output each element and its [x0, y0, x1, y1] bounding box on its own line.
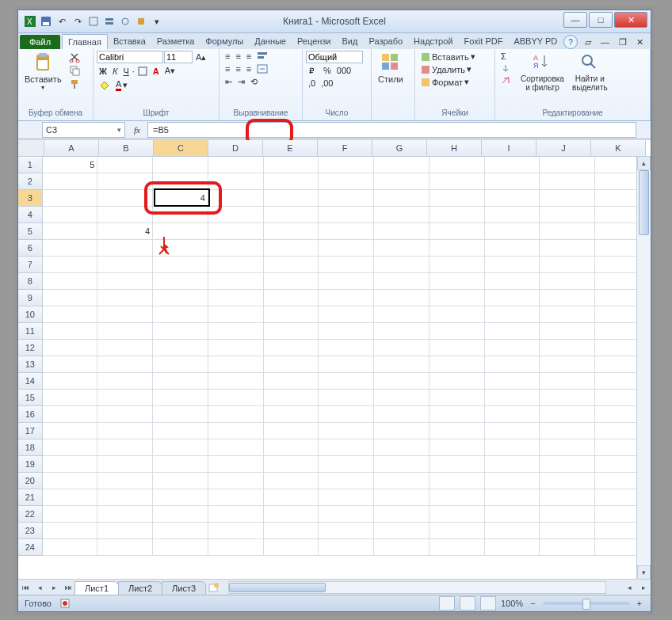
align-bottom-icon[interactable]: ≡ — [244, 51, 254, 62]
underline-button[interactable]: Ч — [120, 66, 131, 77]
window-close-icon[interactable]: ✕ — [634, 35, 646, 49]
cell[interactable] — [319, 306, 374, 323]
cell[interactable] — [319, 207, 374, 223]
cell[interactable] — [208, 523, 264, 539]
cell[interactable] — [97, 207, 153, 223]
cell[interactable] — [264, 406, 319, 423]
cell[interactable] — [43, 373, 98, 390]
cell[interactable] — [485, 157, 540, 173]
cell[interactable] — [540, 257, 595, 273]
select-all-corner[interactable] — [18, 140, 44, 157]
cell[interactable] — [208, 190, 264, 207]
cell[interactable] — [485, 240, 540, 257]
cell[interactable] — [374, 506, 430, 523]
decrease-decimal-icon[interactable]: ,00 — [319, 78, 335, 89]
cell[interactable] — [540, 173, 595, 190]
cell[interactable] — [208, 340, 264, 356]
cell[interactable] — [153, 157, 208, 173]
currency-icon[interactable]: ₽ — [306, 65, 320, 76]
cell[interactable] — [43, 390, 98, 406]
cell[interactable] — [43, 406, 98, 423]
cell[interactable] — [374, 489, 430, 506]
row-header[interactable]: 24 — [18, 539, 43, 556]
styles-button[interactable]: Стили — [375, 51, 407, 86]
cell[interactable] — [97, 190, 153, 207]
column-header[interactable]: A — [44, 140, 99, 157]
cell[interactable] — [374, 473, 430, 489]
cell[interactable] — [485, 273, 540, 290]
cell[interactable] — [208, 290, 264, 306]
cell[interactable] — [208, 390, 264, 406]
cell[interactable] — [430, 356, 485, 373]
row-header[interactable]: 2 — [18, 173, 43, 190]
cell[interactable] — [485, 390, 540, 406]
minimize-button[interactable]: — — [563, 12, 587, 28]
cell[interactable] — [540, 489, 595, 506]
cell[interactable] — [430, 223, 485, 240]
zoom-slider[interactable] — [543, 602, 630, 605]
cell[interactable] — [540, 456, 595, 473]
page-break-view-icon[interactable] — [480, 596, 496, 610]
cell[interactable] — [153, 473, 208, 489]
cell[interactable] — [153, 390, 208, 406]
cell[interactable] — [153, 373, 208, 390]
cell[interactable] — [374, 173, 430, 190]
cell[interactable] — [43, 190, 98, 207]
cell[interactable] — [485, 207, 540, 223]
cell[interactable] — [374, 456, 430, 473]
cell[interactable] — [430, 157, 485, 173]
cell[interactable] — [540, 273, 595, 290]
cell[interactable] — [430, 323, 485, 340]
border-icon[interactable] — [136, 66, 150, 77]
cell[interactable] — [153, 439, 208, 456]
scrollbar-thumb[interactable] — [639, 170, 649, 235]
tab-разметка[interactable]: Разметка — [151, 34, 200, 49]
decrease-font-icon[interactable]: A▾ — [162, 65, 178, 77]
paste-button[interactable]: Вставить ▾ — [21, 51, 65, 93]
row-header[interactable]: 11 — [18, 323, 43, 340]
tab-вид[interactable]: Вид — [337, 34, 364, 49]
scroll-up-icon[interactable]: ▴ — [637, 156, 651, 170]
column-header[interactable]: E — [263, 140, 318, 157]
sort-filter-button[interactable]: АЯ Сортировка и фильтр — [517, 51, 567, 93]
cell[interactable] — [430, 489, 485, 506]
cell[interactable] — [97, 373, 153, 390]
font-name-input[interactable] — [97, 51, 163, 63]
cell[interactable] — [430, 173, 485, 190]
cell[interactable] — [208, 406, 264, 423]
cell[interactable] — [208, 356, 264, 373]
increase-font-icon[interactable]: A▴ — [193, 51, 208, 63]
column-header[interactable]: K — [591, 140, 646, 157]
last-sheet-icon[interactable]: ⏭ — [61, 580, 75, 595]
cell[interactable] — [485, 373, 540, 390]
column-header[interactable]: G — [372, 140, 427, 157]
cell[interactable] — [374, 157, 430, 173]
cell[interactable] — [97, 273, 153, 290]
cell[interactable] — [208, 439, 264, 456]
cell[interactable] — [374, 406, 430, 423]
cell[interactable] — [430, 406, 485, 423]
row-header[interactable]: 10 — [18, 306, 43, 323]
scroll-left-icon[interactable]: ◂ — [622, 580, 636, 595]
cell[interactable] — [43, 439, 98, 456]
cell[interactable] — [540, 190, 595, 207]
cell[interactable] — [153, 406, 208, 423]
font-color-icon[interactable]: A — [151, 66, 162, 77]
cell[interactable] — [208, 456, 264, 473]
cell[interactable] — [208, 306, 264, 323]
cell[interactable] — [540, 406, 595, 423]
cell[interactable] — [97, 456, 153, 473]
cell[interactable] — [153, 273, 208, 290]
row-header[interactable]: 18 — [18, 439, 43, 456]
row-header[interactable]: 4 — [18, 207, 43, 223]
cell[interactable] — [540, 223, 595, 240]
cell[interactable] — [208, 506, 264, 523]
cell[interactable] — [264, 473, 319, 489]
tab-данные[interactable]: Данные — [249, 34, 292, 49]
cell[interactable] — [319, 439, 374, 456]
vertical-scrollbar[interactable]: ▴ ▾ — [636, 156, 651, 580]
cell[interactable] — [97, 390, 153, 406]
cell[interactable] — [540, 506, 595, 523]
tab-вставка[interactable]: Вставка — [108, 34, 151, 49]
copy-icon[interactable] — [67, 64, 82, 77]
